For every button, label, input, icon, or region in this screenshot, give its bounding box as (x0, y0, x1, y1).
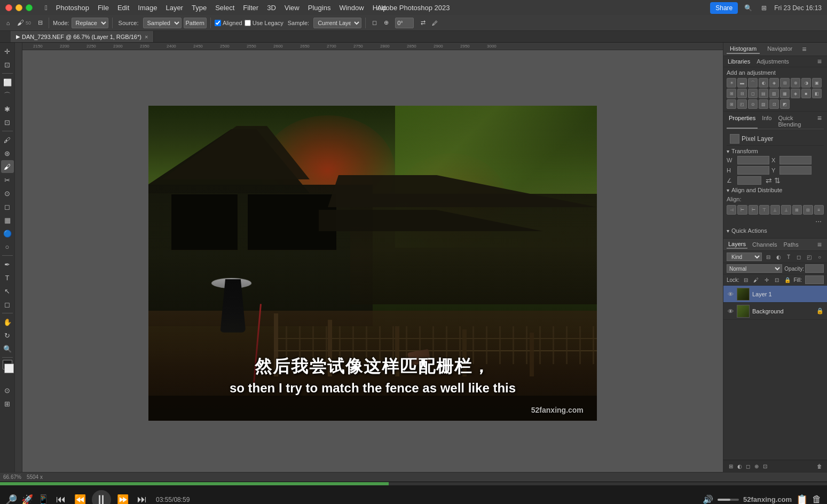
doc-tab-close[interactable]: × (145, 34, 148, 40)
dodge-tool[interactable]: ○ (1, 240, 14, 253)
pattern-button[interactable]: Pattern (184, 18, 207, 28)
brush-options-icon[interactable]: 🖉 (430, 18, 439, 28)
lock-transparent-icon[interactable]: ⊟ (742, 275, 750, 284)
align-left-icon[interactable]: ⊣ (727, 205, 736, 215)
gradient-fill-icon[interactable]: ◧ (812, 89, 822, 98)
invert-icon[interactable]: ◻ (748, 89, 758, 98)
layer-item-layer1[interactable]: 👁 Layer 1 (723, 286, 827, 303)
menu-file[interactable]: File (93, 3, 113, 13)
dock-apps-icon[interactable]: 📱 (37, 494, 49, 505)
new-fill-adj-icon[interactable]: ◐ (735, 462, 744, 470)
skip-to-start-btn[interactable]: ⏮ (53, 492, 68, 505)
angle-input-prop[interactable]: 0.00° (737, 176, 761, 185)
background-visibility-eye[interactable]: 👁 (727, 308, 734, 315)
pen-tool[interactable]: ✒ (1, 258, 14, 271)
eyedropper-tool[interactable]: 🖋 (1, 133, 14, 146)
hsl-icon[interactable]: ⊟ (780, 78, 790, 88)
artboard-tool[interactable]: ⊡ (1, 58, 14, 71)
menu-window[interactable]: Window (335, 3, 368, 13)
blur-tool[interactable]: 🔵 (1, 227, 14, 240)
mode-icon[interactable]: ⊕ (381, 18, 391, 28)
tab-channels[interactable]: Channels (751, 241, 778, 248)
extra-adj-icon6[interactable]: ◩ (780, 99, 790, 109)
align-top-icon[interactable]: ⊤ (759, 205, 769, 215)
quick-select-tool[interactable]: ✱ (1, 103, 14, 115)
layer1-visibility-eye[interactable]: 👁 (727, 290, 734, 298)
filter-kind-select[interactable]: Kind (727, 253, 762, 261)
minimize-button[interactable] (15, 4, 22, 11)
menu-select[interactable]: Select (211, 3, 239, 13)
solid-color-icon[interactable]: ■ (801, 89, 811, 98)
eraser-tool[interactable]: ◻ (1, 200, 14, 213)
use-legacy-checkbox[interactable] (245, 20, 251, 26)
lock-paint-icon[interactable]: 🖌 (752, 275, 760, 284)
tab-properties[interactable]: Properties (727, 114, 758, 129)
menu-filter[interactable]: Filter (239, 3, 263, 13)
gradient-tool[interactable]: ▦ (1, 214, 14, 226)
flip-horizontal-icon[interactable]: ⇄ (766, 176, 772, 185)
home-icon[interactable]: ⌂ (3, 18, 13, 28)
layer-filter-adj-icon[interactable]: ◐ (774, 253, 783, 261)
search-icon[interactable]: 🔍 (742, 2, 754, 14)
lasso-tool[interactable]: ⌒ (1, 89, 14, 102)
y-input[interactable]: 0 px (779, 166, 812, 175)
doc-tab-active[interactable]: ▶ DAN_7293.NEF @ 66.7% (Layer 1, RGB/16*… (11, 31, 154, 42)
tab-layers[interactable]: Layers (727, 240, 747, 249)
source-select[interactable]: Sampled (143, 18, 182, 28)
menu-photoshop[interactable]: Photoshop (52, 3, 93, 13)
menu-3d[interactable]: 3D (263, 3, 280, 13)
use-legacy-checkbox-label[interactable]: Use Legacy (245, 20, 283, 26)
blend-mode-select[interactable]: Normal (727, 264, 782, 273)
opacity-input[interactable]: 100% (805, 264, 824, 273)
share-button[interactable]: Share (710, 2, 738, 14)
layer1-name[interactable]: Layer 1 (752, 291, 824, 297)
lock-all-icon[interactable]: 🔒 (783, 275, 792, 284)
volume-bar[interactable] (718, 499, 739, 501)
align-right-icon[interactable]: ⊢ (749, 205, 758, 215)
add-mask-icon[interactable]: ◻ (744, 462, 752, 470)
photo-filter-icon[interactable]: ▣ (812, 78, 822, 88)
progress-bar-container[interactable] (0, 482, 827, 485)
gradient-map-icon[interactable]: ▦ (780, 89, 790, 98)
flip-vertical-icon[interactable]: ⇅ (774, 176, 781, 185)
tool-options-icon[interactable]: ⊟ (35, 18, 45, 28)
apple-menu[interactable]:  (41, 3, 52, 13)
selective-color-icon[interactable]: ◈ (791, 89, 800, 98)
quick-mask-mode[interactable]: ⊙ (1, 384, 14, 397)
layer-filter-smartobj-icon[interactable]: ◰ (805, 253, 813, 261)
tab-paths[interactable]: Paths (782, 241, 800, 248)
brush-tool[interactable]: 🖌 (1, 160, 14, 173)
text-tool[interactable]: T (1, 271, 14, 284)
align-center-v-icon[interactable]: ⊥ (770, 205, 780, 215)
new-layer-icon[interactable]: ⊡ (761, 462, 769, 470)
posterize-icon[interactable]: ▤ (759, 89, 768, 98)
menu-type[interactable]: Type (187, 3, 211, 13)
menu-layer[interactable]: Layer (161, 3, 187, 13)
properties-menu[interactable]: ≡ (815, 114, 824, 129)
mask-icon[interactable]: ◻ (369, 18, 379, 28)
dock-finder-icon[interactable]: 🔎 (5, 494, 17, 505)
angle-input[interactable] (395, 18, 414, 28)
clone-stamp-tool[interactable]: ✂ (1, 174, 14, 186)
extra-adj-icon3[interactable]: ⊙ (748, 99, 758, 109)
vibrance-icon[interactable]: ◈ (769, 78, 779, 88)
curves-icon[interactable]: ⌒ (748, 78, 758, 88)
spot-heal-tool[interactable]: ⊛ (1, 147, 14, 160)
rotate-view-tool[interactable]: ↻ (1, 329, 14, 342)
aligned-checkbox[interactable] (215, 20, 221, 26)
lock-position-icon[interactable]: ✛ (762, 275, 771, 284)
new-group-icon[interactable]: ⊞ (727, 462, 735, 470)
distribute-h-icon[interactable]: ⊞ (792, 205, 802, 215)
menu-edit[interactable]: Edit (113, 3, 133, 13)
tab-adjustments[interactable]: Adjustments (755, 58, 790, 65)
rectangular-marquee-tool[interactable]: ⬜ (1, 76, 14, 89)
h-input[interactable]: 6880 px (737, 166, 769, 175)
background-layer-name[interactable]: Background (752, 308, 814, 314)
tab-libraries[interactable]: Libraries (727, 58, 751, 65)
layer-filter-text-icon[interactable]: T (784, 253, 793, 261)
move-tool[interactable]: ✛ (1, 45, 14, 58)
mode-select[interactable]: Replace Normal (72, 18, 108, 28)
maximize-button[interactable] (26, 4, 33, 11)
photo-canvas[interactable]: 然后我尝试像这样匹配栅栏， so then I try to match the… (148, 106, 597, 421)
menu-image[interactable]: Image (133, 3, 161, 13)
